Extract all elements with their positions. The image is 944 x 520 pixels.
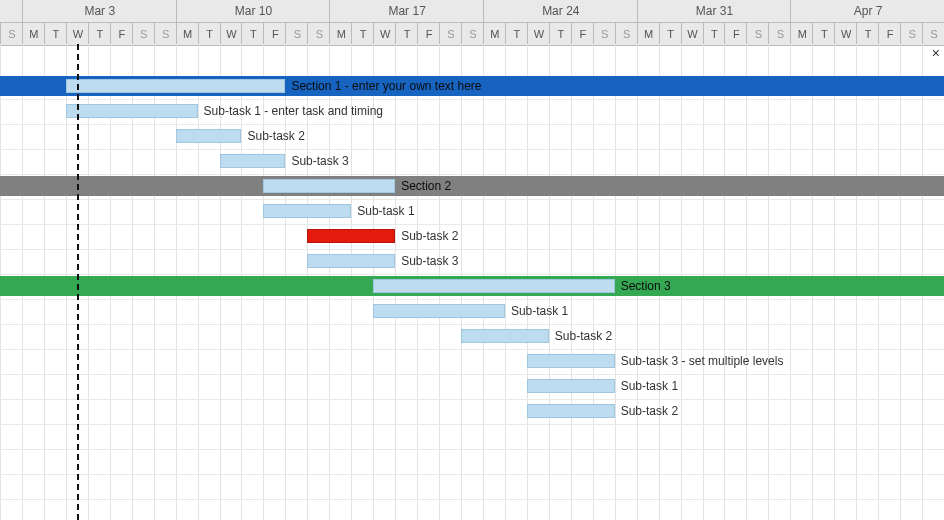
today-marker (77, 44, 79, 520)
dow-cell: M (483, 23, 506, 45)
dow-cell: F (417, 23, 440, 45)
dow-cell: T (856, 23, 879, 45)
task-bar[interactable] (220, 154, 286, 168)
dow-cell: S (132, 23, 155, 45)
week-header-cell: Mar 31 (637, 0, 792, 22)
dow-cell: W (527, 23, 550, 45)
task-bar[interactable] (307, 229, 395, 243)
task-label: Sub-task 1 - enter task and timing (204, 104, 383, 118)
dow-cell: S (746, 23, 769, 45)
dow-cell: T (812, 23, 835, 45)
task-label: Sub-task 1 (511, 304, 568, 318)
week-header-cell: Apr 7 (790, 0, 944, 22)
dow-cell: S (285, 23, 308, 45)
dow-cell: T (703, 23, 726, 45)
dow-cell: F (263, 23, 286, 45)
task-label: Sub-task 1 (357, 204, 414, 218)
dow-cell: F (571, 23, 594, 45)
dow-cell: M (22, 23, 45, 45)
dow-cell: S (922, 23, 944, 45)
week-header-cell: Mar 3 (22, 0, 177, 22)
task-bar[interactable] (307, 254, 395, 268)
task-bar[interactable] (527, 354, 615, 368)
dow-cell: W (681, 23, 704, 45)
task-label: Sub-task 2 (555, 329, 612, 343)
dow-cell: F (724, 23, 747, 45)
dow-cell: T (505, 23, 528, 45)
task-label: Sub-task 3 (401, 254, 458, 268)
section-bar[interactable] (66, 79, 286, 93)
dow-cell: W (220, 23, 243, 45)
task-bar[interactable] (527, 379, 615, 393)
dow-cell: T (88, 23, 111, 45)
dow-cell: M (637, 23, 660, 45)
dow-cell: W (373, 23, 396, 45)
task-label: Sub-task 1 (621, 379, 678, 393)
dow-cell: S (593, 23, 616, 45)
dow-cell: T (241, 23, 264, 45)
section-label: Section 1 - enter your own text here (291, 79, 481, 93)
dow-cell: M (176, 23, 199, 45)
week-header-row: Mar 3Mar 10Mar 17Mar 24Mar 31Apr 7 (0, 0, 944, 23)
dow-cell: W (834, 23, 857, 45)
task-bar[interactable] (461, 329, 549, 343)
gantt-body: × Section 1 - enter your own text hereSu… (0, 44, 944, 520)
dow-cell: M (329, 23, 352, 45)
week-header-cell: Mar 10 (176, 0, 331, 22)
section-bar[interactable] (373, 279, 614, 293)
task-label: Sub-task 2 (401, 229, 458, 243)
close-icon[interactable]: × (932, 46, 940, 60)
week-header-cell: Mar 24 (483, 0, 638, 22)
task-label: Sub-task 2 (621, 404, 678, 418)
task-bar[interactable] (176, 129, 242, 143)
dow-cell: W (66, 23, 89, 45)
task-bar[interactable] (66, 104, 198, 118)
dow-cell: S (154, 23, 177, 45)
dow-cell: S (461, 23, 484, 45)
dow-cell: F (110, 23, 133, 45)
dow-cell: F (878, 23, 901, 45)
dow-cell: S (439, 23, 462, 45)
dow-cell: S (900, 23, 923, 45)
dow-cell: T (44, 23, 67, 45)
section-label: Section 2 (401, 179, 451, 193)
dow-cell: S (768, 23, 791, 45)
dow-cell: T (395, 23, 418, 45)
dow-cell: M (790, 23, 813, 45)
task-label: Sub-task 3 (291, 154, 348, 168)
section-label: Section 3 (621, 279, 671, 293)
gantt-header: Mar 3Mar 10Mar 17Mar 24Mar 31Apr 7 SMTWT… (0, 0, 944, 46)
dow-cell: T (351, 23, 374, 45)
dow-cell: S (0, 23, 23, 45)
dow-cell: S (615, 23, 638, 45)
section-band (0, 176, 944, 196)
day-of-week-row: SMTWTFSSMTWTFSSMTWTFSSMTWTFSSMTWTFSSMTWT… (0, 23, 944, 46)
dow-cell: T (198, 23, 221, 45)
task-bar[interactable] (373, 304, 505, 318)
dow-cell: S (307, 23, 330, 45)
dow-cell: T (549, 23, 572, 45)
task-bar[interactable] (263, 204, 351, 218)
task-bar[interactable] (527, 404, 615, 418)
gantt-chart: Mar 3Mar 10Mar 17Mar 24Mar 31Apr 7 SMTWT… (0, 0, 944, 520)
week-header-cell: Mar 17 (329, 0, 484, 22)
task-label: Sub-task 3 - set multiple levels (621, 354, 784, 368)
task-label: Sub-task 2 (247, 129, 304, 143)
section-bar[interactable] (263, 179, 395, 193)
dow-cell: T (659, 23, 682, 45)
